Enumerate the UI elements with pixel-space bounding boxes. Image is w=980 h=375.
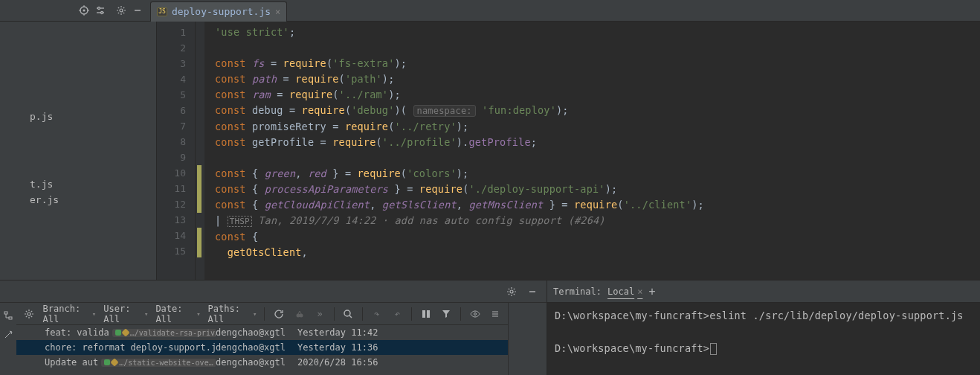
commit-row[interactable]: feat: valida…/validate-rsa-priv…dengchao…: [16, 325, 508, 340]
date-filter[interactable]: Date: All: [155, 304, 200, 324]
minimize-icon[interactable]: [524, 283, 541, 300]
change-marker: [197, 228, 202, 257]
svg-point-23: [474, 312, 476, 315]
terminal-tab[interactable]: Local×: [607, 286, 642, 297]
svg-point-16: [28, 312, 30, 315]
vcs-detail-pane: [508, 303, 547, 375]
refresh-icon[interactable]: [272, 306, 286, 322]
svg-line-20: [349, 315, 352, 318]
cherry-pick-icon[interactable]: [293, 306, 306, 322]
svg-point-12: [510, 290, 513, 293]
user-filter[interactable]: User: All: [103, 304, 148, 324]
gear-icon[interactable]: [22, 306, 36, 322]
commit-list[interactable]: feat: valida…/validate-rsa-priv…dengchao…: [16, 325, 508, 375]
sidebar-file[interactable]: t.js: [0, 176, 156, 192]
vcs-log-panel: Branch: All User: All Date: All Paths: A…: [0, 281, 547, 375]
eye-icon[interactable]: [468, 306, 482, 322]
commit-row[interactable]: chore: reformat deploy-support.jsdengcha…: [16, 340, 508, 355]
terminal-title: Terminal:: [553, 286, 602, 297]
list-icon[interactable]: [489, 306, 502, 322]
tool-icon[interactable]: [0, 327, 16, 343]
sidebar-file[interactable]: er.js: [0, 192, 156, 208]
svg-point-1: [83, 10, 86, 12]
gutter-line-numbers: 123456789101112131415: [157, 22, 196, 280]
commit-row[interactable]: Update aut…/static-website-ove…dengchao@…: [16, 355, 508, 370]
sidebar-file[interactable]: p.js: [0, 109, 156, 124]
filter-icon[interactable]: [439, 306, 453, 322]
project-sidebar[interactable]: p.js t.js er.js: [0, 22, 157, 280]
svg-rect-14: [4, 312, 7, 314]
search-icon[interactable]: [342, 306, 355, 322]
svg-point-9: [101, 12, 103, 14]
svg-rect-22: [427, 310, 430, 318]
svg-point-19: [344, 310, 350, 316]
gutter-marks: [196, 22, 204, 280]
vcs-side-toolbar: [0, 303, 16, 375]
minimize-icon[interactable]: [129, 2, 146, 19]
redo-icon[interactable]: ↷: [370, 306, 384, 322]
svg-rect-15: [9, 317, 12, 319]
svg-rect-21: [422, 310, 425, 318]
paths-filter[interactable]: Paths: All: [208, 304, 257, 324]
js-file-icon: JS: [157, 7, 167, 16]
close-icon[interactable]: ×: [275, 7, 280, 17]
svg-point-18: [299, 313, 303, 317]
close-icon[interactable]: ×: [637, 286, 642, 297]
code-editor[interactable]: 'use strict'; const fs = require('fs-ext…: [204, 22, 980, 280]
editor-tab-label: deploy-support.js: [172, 6, 271, 17]
goto-icon[interactable]: »: [313, 306, 326, 322]
target-icon[interactable]: [76, 2, 92, 19]
editor-tab-bar: JS deploy-support.js ×: [150, 0, 977, 22]
gear-icon[interactable]: [503, 283, 520, 300]
bottom-panels: Branch: All User: All Date: All Paths: A…: [0, 280, 980, 375]
terminal-tabs: Terminal: Local× +: [547, 281, 980, 303]
vcs-header: [0, 281, 547, 303]
intellij-icon[interactable]: [419, 306, 433, 322]
tree-icon[interactable]: [0, 307, 16, 324]
editor-tab[interactable]: JS deploy-support.js ×: [150, 1, 287, 22]
main-area: p.js t.js er.js 123456789101112131415 'u…: [0, 22, 980, 280]
branch-filter[interactable]: Branch: All: [43, 304, 97, 324]
terminal-panel: Terminal: Local× + D:\workspace\my-funcr…: [547, 281, 980, 375]
undo-icon[interactable]: ↶: [391, 306, 404, 322]
vcs-filter-bar: Branch: All User: All Date: All Paths: A…: [16, 303, 508, 325]
top-toolbar: JS deploy-support.js ×: [0, 0, 980, 22]
svg-point-8: [98, 7, 100, 10]
gear-icon[interactable]: [113, 2, 129, 19]
settings-slider-icon[interactable]: [92, 2, 109, 19]
change-marker: [197, 165, 202, 213]
svg-point-10: [120, 9, 123, 12]
add-terminal-icon[interactable]: +: [648, 285, 655, 298]
terminal-output[interactable]: D:\workspace\my-funcraft>eslint ./src/li…: [547, 303, 980, 375]
